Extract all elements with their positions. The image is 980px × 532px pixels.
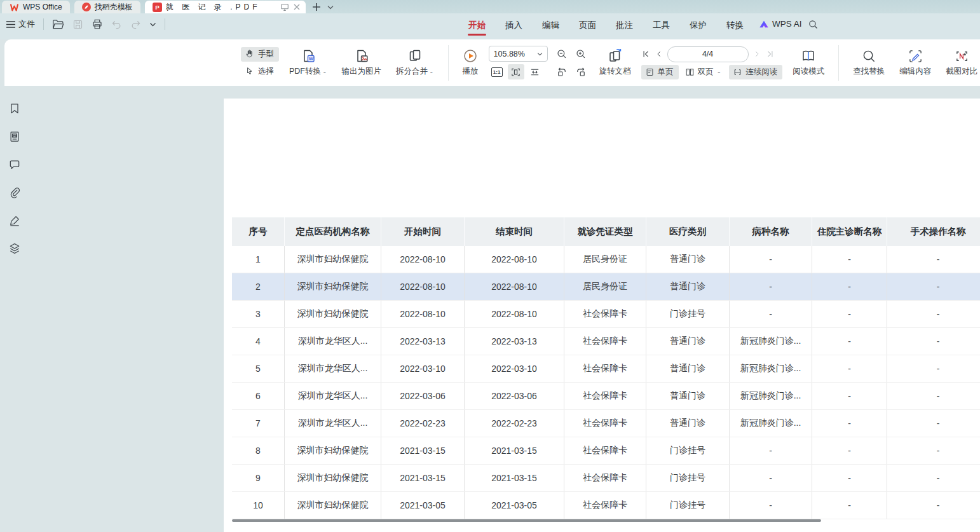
- last-page-button[interactable]: [766, 50, 775, 58]
- first-page-button[interactable]: [641, 50, 650, 58]
- table-row: 9 深圳市妇幼保健院 2021-03-15 2021-03-15 社会保障卡 门…: [232, 465, 980, 492]
- zoom-in-button[interactable]: [573, 46, 589, 62]
- table-row: 2 深圳市妇幼保健院 2022-08-10 2022-08-10 居民身份证 普…: [232, 273, 980, 301]
- rotate-document-button[interactable]: 旋转文档: [595, 47, 636, 78]
- cell-start-date: 2022-02-23: [381, 410, 465, 437]
- attachment-icon[interactable]: [7, 185, 22, 200]
- tab-list-chevron-icon[interactable]: [327, 5, 334, 10]
- wps-ai-button[interactable]: WPS AI: [759, 19, 802, 29]
- ribbon-tab[interactable]: 编辑: [541, 18, 560, 36]
- screenshot-compare-button[interactable]: 截图对比: [941, 48, 980, 78]
- redo-icon[interactable]: [130, 20, 141, 29]
- rotate-document-label: 旋转文档: [599, 66, 631, 77]
- hand-tool-button[interactable]: 手型: [241, 47, 279, 62]
- cell-end-date: 2022-03-13: [465, 328, 564, 355]
- new-tab-icon[interactable]: [312, 3, 321, 11]
- tab-wps-office[interactable]: WPS Office: [2, 1, 70, 13]
- rotate-left-icon: [556, 66, 568, 78]
- export-image-button[interactable]: 输出为图片: [337, 47, 386, 78]
- cell-institution: 深圳市妇幼保健院: [285, 246, 381, 273]
- read-mode-label: 阅读模式: [793, 66, 824, 77]
- ribbon-tab[interactable]: 批注: [615, 18, 634, 36]
- cell-credential-type: 社会保障卡: [564, 492, 646, 519]
- rotate-document-icon: [608, 48, 623, 64]
- cell-medical-category: 普通门诊: [646, 355, 730, 382]
- undo-icon[interactable]: [111, 20, 122, 29]
- double-page-icon: [685, 67, 695, 77]
- select-tool-button[interactable]: 选择: [241, 64, 279, 79]
- table-row: 10 深圳市妇幼保健院 2021-03-05 2021-03-05 社会保障卡 …: [232, 492, 980, 519]
- find-replace-button[interactable]: 查找替换: [848, 48, 889, 78]
- play-icon: [463, 48, 478, 64]
- continuous-reading-icon: [733, 67, 742, 77]
- cell-index: 7: [232, 410, 285, 437]
- ribbon-tab[interactable]: 页面: [578, 18, 597, 36]
- actual-size-button[interactable]: 1:1: [489, 64, 505, 79]
- cell-medical-category: 普通门诊: [646, 410, 730, 437]
- quick-access-chevron-icon[interactable]: [149, 22, 156, 27]
- ribbon-tab-home[interactable]: 开始: [468, 18, 486, 36]
- hand-tool-label: 手型: [258, 49, 274, 60]
- ribbon-tab[interactable]: 转换: [726, 18, 744, 36]
- cell-main-diagnosis: -: [812, 492, 887, 519]
- find-replace-label: 查找替换: [853, 66, 885, 77]
- monitor-icon[interactable]: [280, 3, 289, 11]
- menu-search-icon[interactable]: [808, 19, 819, 30]
- close-tab-icon[interactable]: [293, 3, 301, 11]
- cursor-icon: [245, 66, 255, 76]
- edit-content-button[interactable]: 编辑内容: [895, 48, 936, 78]
- horizontal-scrollbar[interactable]: [232, 519, 821, 522]
- fit-width-button[interactable]: [527, 64, 543, 79]
- cell-end-date: 2021-03-05: [465, 492, 564, 519]
- rotate-left-button[interactable]: [554, 64, 570, 79]
- ribbon-tab[interactable]: 保护: [689, 18, 707, 36]
- zoom-level-dropdown[interactable]: 105.88%: [489, 46, 548, 62]
- pdf-convert-button[interactable]: W PDF转换⌄: [285, 47, 332, 78]
- file-menu-button[interactable]: 文件: [6, 18, 35, 30]
- table-header-row: 序号定点医药机构名称开始时间结束时间就诊凭证类型医疗类别病种名称住院主诊断名称手…: [232, 217, 980, 246]
- ribbon-tabs: 开始 插入编辑页面批注工具保护转换: [468, 18, 744, 36]
- zoom-out-button[interactable]: [554, 46, 570, 62]
- hand-icon: [245, 49, 255, 59]
- continuous-reading-button[interactable]: 连续阅读: [729, 65, 782, 79]
- layers-icon[interactable]: [7, 241, 22, 256]
- ribbon-tab[interactable]: 工具: [652, 18, 670, 36]
- continuous-reading-label: 连续阅读: [745, 67, 777, 78]
- cell-institution: 深圳市龙华区人...: [285, 355, 381, 382]
- cell-end-date: 2022-03-06: [465, 383, 564, 409]
- cell-operation-name: -: [887, 246, 980, 273]
- book-icon: [801, 48, 816, 64]
- select-tool-label: 选择: [258, 66, 274, 77]
- fit-page-button[interactable]: [508, 64, 524, 79]
- read-mode-button[interactable]: 阅读模式: [788, 47, 829, 78]
- double-page-label: 双页: [698, 67, 714, 78]
- cell-operation-name: -: [887, 328, 980, 355]
- tab-docer-templates[interactable]: 找稻壳模板: [74, 1, 140, 13]
- save-icon[interactable]: [72, 19, 83, 30]
- cell-index: 4: [232, 328, 285, 355]
- cell-credential-type: 社会保障卡: [564, 410, 646, 437]
- play-button[interactable]: 播放: [458, 47, 483, 78]
- zoom-in-icon: [575, 48, 587, 60]
- print-icon[interactable]: [92, 18, 103, 30]
- bookmark-icon[interactable]: [7, 101, 22, 116]
- cell-institution: 深圳市妇幼保健院: [285, 301, 381, 327]
- next-page-button[interactable]: [753, 50, 761, 58]
- signature-icon[interactable]: [7, 213, 22, 228]
- page-number-input[interactable]: [667, 46, 749, 62]
- thumbnails-icon[interactable]: [7, 129, 22, 144]
- previous-page-button[interactable]: [655, 50, 663, 58]
- single-page-button[interactable]: 单页: [641, 65, 679, 79]
- double-page-button[interactable]: 双页 ⌄: [681, 65, 727, 79]
- cell-operation-name: -: [887, 383, 980, 409]
- cell-institution: 深圳市妇幼保健院: [285, 273, 381, 300]
- ribbon-tab[interactable]: 插入: [505, 18, 523, 36]
- single-page-label: 单页: [658, 67, 674, 78]
- cell-medical-category: 普通门诊: [646, 328, 730, 355]
- comment-icon[interactable]: [7, 157, 22, 172]
- open-file-icon[interactable]: [52, 19, 64, 30]
- rotate-right-button[interactable]: [573, 64, 589, 79]
- cell-credential-type: 社会保障卡: [564, 301, 646, 327]
- split-merge-button[interactable]: 拆分合并⌄: [391, 47, 439, 78]
- tab-document-active[interactable]: P 就 医 记 录 .PDF: [145, 1, 306, 13]
